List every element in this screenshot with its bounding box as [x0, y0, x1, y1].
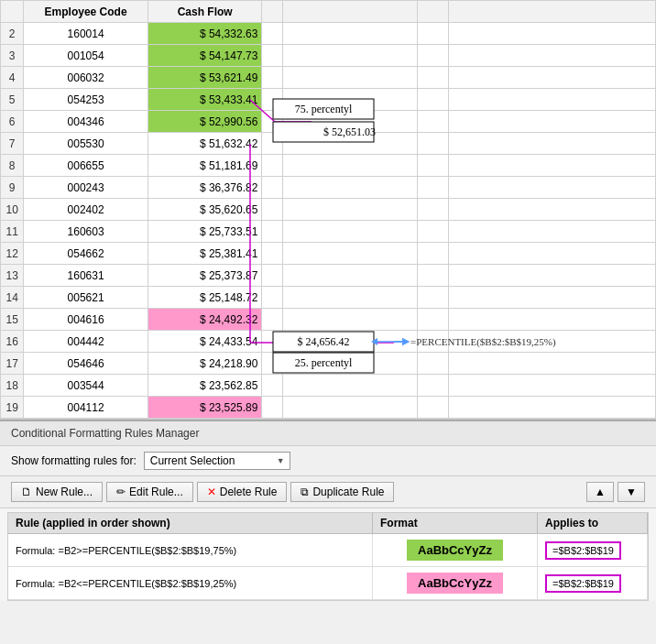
cell-d-15[interactable] [282, 309, 417, 331]
cell-a-4[interactable]: 006032 [24, 67, 148, 89]
cell-d-2[interactable] [282, 23, 417, 45]
cell-d-9[interactable] [282, 177, 417, 199]
cell-c-7[interactable] [262, 133, 283, 155]
cell-b-16[interactable]: $ 24,433.54 [148, 331, 261, 353]
show-for-select-wrapper[interactable]: Current Selection [144, 452, 290, 470]
duplicate-rule-button[interactable]: ⧉ Duplicate Rule [290, 482, 394, 502]
cell-d-18[interactable] [282, 375, 417, 397]
cell-c-9[interactable] [262, 177, 283, 199]
cell-b-6[interactable]: $ 52,990.56 [148, 111, 261, 133]
cell-a-17[interactable]: 054646 [24, 353, 148, 375]
cell-c-4[interactable] [262, 67, 283, 89]
cell-e-3[interactable] [417, 45, 448, 67]
cell-e-16[interactable] [417, 331, 448, 353]
cell-e-12[interactable] [417, 243, 448, 265]
cell-f-19[interactable] [448, 397, 655, 419]
cell-e-7[interactable] [417, 133, 448, 155]
cell-d-12[interactable] [282, 243, 417, 265]
cell-a-16[interactable]: 004442 [24, 331, 148, 353]
cell-a-15[interactable]: 004616 [24, 309, 148, 331]
cell-d-7[interactable] [282, 133, 417, 155]
cell-e-17[interactable] [417, 353, 448, 375]
nav-down-button[interactable]: ▼ [618, 482, 645, 502]
cell-f-12[interactable] [448, 243, 655, 265]
cell-a-14[interactable]: 005621 [24, 287, 148, 309]
cell-c-18[interactable] [262, 375, 283, 397]
cell-f-2[interactable] [448, 23, 655, 45]
cell-f-7[interactable] [448, 133, 655, 155]
cell-a-5[interactable]: 054253 [24, 89, 148, 111]
cell-b-3[interactable]: $ 54,147.73 [148, 45, 261, 67]
cell-f-4[interactable] [448, 67, 655, 89]
cell-d-10[interactable] [282, 199, 417, 221]
cell-e-19[interactable] [417, 397, 448, 419]
cell-b-14[interactable]: $ 25,148.72 [148, 287, 261, 309]
cell-c-17[interactable] [262, 353, 283, 375]
nav-up-button[interactable]: ▲ [586, 482, 614, 502]
cell-b-4[interactable]: $ 53,621.49 [148, 67, 261, 89]
cell-c-15[interactable] [262, 309, 283, 331]
cell-b-7[interactable]: $ 51,632.42 [148, 133, 261, 155]
cell-c-5[interactable] [262, 89, 283, 111]
cell-f-3[interactable] [448, 45, 655, 67]
cell-f-15[interactable] [448, 309, 655, 331]
cell-e-8[interactable] [417, 155, 448, 177]
delete-rule-button[interactable]: ✕ Delete Rule [197, 482, 288, 502]
cell-d-8[interactable] [282, 155, 417, 177]
cell-c-14[interactable] [262, 287, 283, 309]
cell-f-8[interactable] [448, 155, 655, 177]
cell-a-18[interactable]: 003544 [24, 375, 148, 397]
cell-b-19[interactable]: $ 23,525.89 [148, 397, 261, 419]
cell-e-18[interactable] [417, 375, 448, 397]
cell-a-19[interactable]: 004112 [24, 397, 148, 419]
cell-e-9[interactable] [417, 177, 448, 199]
cell-f-16[interactable] [448, 331, 655, 353]
cell-c-16[interactable] [262, 331, 283, 353]
cell-b-13[interactable]: $ 25,373.87 [148, 265, 261, 287]
cell-c-13[interactable] [262, 265, 283, 287]
cell-b-9[interactable]: $ 36,376.82 [148, 177, 261, 199]
cell-a-12[interactable]: 054662 [24, 243, 148, 265]
cell-a-13[interactable]: 160631 [24, 265, 148, 287]
cell-c-3[interactable] [262, 45, 283, 67]
cell-b-18[interactable]: $ 23,562.85 [148, 375, 261, 397]
cell-f-6[interactable] [448, 111, 655, 133]
cell-a-7[interactable]: 005530 [24, 133, 148, 155]
cell-d-6[interactable] [282, 111, 417, 133]
cell-c-11[interactable] [262, 221, 283, 243]
cell-b-17[interactable]: $ 24,218.90 [148, 353, 261, 375]
cell-a-2[interactable]: 160014 [24, 23, 148, 45]
edit-rule-button[interactable]: ✏ Edit Rule... [106, 482, 193, 502]
cell-c-10[interactable] [262, 199, 283, 221]
cell-d-14[interactable] [282, 287, 417, 309]
show-for-select[interactable]: Current Selection [144, 452, 290, 470]
cell-f-10[interactable] [448, 199, 655, 221]
cell-a-11[interactable]: 160603 [24, 221, 148, 243]
cell-b-15[interactable]: $ 24,492.32 [148, 309, 261, 331]
cell-e-10[interactable] [417, 199, 448, 221]
cell-d-3[interactable] [282, 45, 417, 67]
cell-e-15[interactable] [417, 309, 448, 331]
cell-b-12[interactable]: $ 25,381.41 [148, 243, 261, 265]
cell-c-19[interactable] [262, 397, 283, 419]
rule-row-1[interactable]: Formula: =B2>=PERCENTILE($B$2:$B$19,75%)… [8, 534, 648, 567]
cell-d-4[interactable] [282, 67, 417, 89]
cell-e-5[interactable] [417, 89, 448, 111]
cell-d-17[interactable] [282, 353, 417, 375]
cell-d-16[interactable] [282, 331, 417, 353]
cell-a-9[interactable]: 000243 [24, 177, 148, 199]
cell-b-10[interactable]: $ 35,620.65 [148, 199, 261, 221]
cell-b-2[interactable]: $ 54,332.63 [148, 23, 261, 45]
cell-d-13[interactable] [282, 265, 417, 287]
cell-a-3[interactable]: 001054 [24, 45, 148, 67]
cell-c-6[interactable] [262, 111, 283, 133]
cell-f-11[interactable] [448, 221, 655, 243]
cell-f-9[interactable] [448, 177, 655, 199]
new-rule-button[interactable]: 🗋 New Rule... [11, 482, 103, 502]
cell-a-8[interactable]: 006655 [24, 155, 148, 177]
cell-d-19[interactable] [282, 397, 417, 419]
cell-a-6[interactable]: 004346 [24, 111, 148, 133]
cell-f-18[interactable] [448, 375, 655, 397]
cell-e-6[interactable] [417, 111, 448, 133]
cell-d-5[interactable] [282, 89, 417, 111]
